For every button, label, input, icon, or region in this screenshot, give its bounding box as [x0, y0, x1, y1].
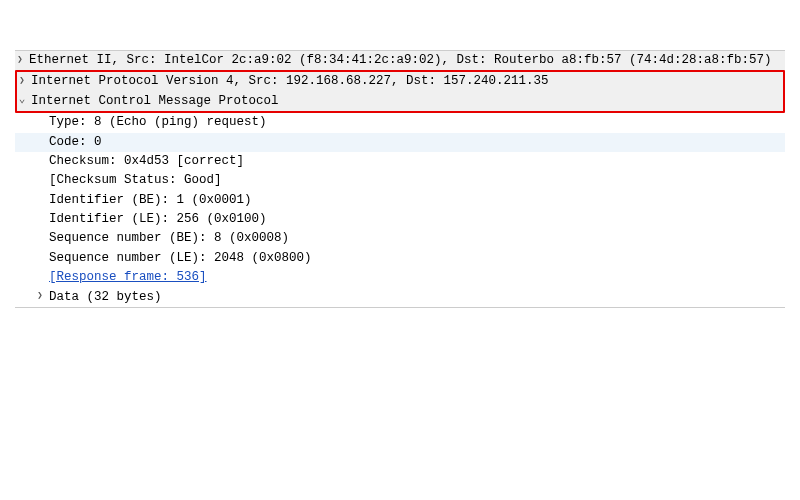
icmp-data-text: Data (32 bytes): [49, 288, 162, 307]
icmp-seq-le-row[interactable]: Sequence number (LE): 2048 (0x0800): [15, 249, 785, 268]
icmp-checksum-row[interactable]: Checksum: 0x4d53 [correct]: [15, 152, 785, 171]
icmp-seq-le-text: Sequence number (LE): 2048 (0x0800): [49, 249, 312, 268]
icmp-seq-be-row[interactable]: Sequence number (BE): 8 (0x0008): [15, 229, 785, 248]
icmp-data-row[interactable]: Data (32 bytes): [15, 288, 785, 307]
icmp-checksum-status-row[interactable]: [Checksum Status: Good]: [15, 171, 785, 190]
chevron-right-icon[interactable]: [15, 54, 25, 68]
icmp-checksum-status-text: [Checksum Status: Good]: [49, 171, 222, 190]
icmp-type-text: Type: 8 (Echo (ping) request): [49, 113, 267, 132]
icmp-ident-le-text: Identifier (LE): 256 (0x0100): [49, 210, 267, 229]
chevron-down-icon[interactable]: [17, 93, 27, 110]
icmp-code-text: Code: 0: [49, 133, 102, 152]
icmp-seq-be-text: Sequence number (BE): 8 (0x0008): [49, 229, 289, 248]
ipv4-text: Internet Protocol Version 4, Src: 192.16…: [31, 72, 549, 91]
icmp-ident-be-row[interactable]: Identifier (BE): 1 (0x0001): [15, 191, 785, 210]
icmp-response-frame-row[interactable]: [Response frame: 536]: [15, 268, 785, 287]
icmp-ident-le-row[interactable]: Identifier (LE): 256 (0x0100): [15, 210, 785, 229]
packet-details-panel: Ethernet II, Src: IntelCor 2c:a9:02 (f8:…: [15, 50, 785, 308]
icmp-checksum-text: Checksum: 0x4d53 [correct]: [49, 152, 244, 171]
highlight-box: Internet Protocol Version 4, Src: 192.16…: [15, 70, 785, 113]
response-frame-link[interactable]: [Response frame: 536]: [49, 268, 207, 287]
icmp-header-row[interactable]: Internet Control Message Protocol: [17, 92, 783, 111]
icmp-type-row[interactable]: Type: 8 (Echo (ping) request): [15, 113, 785, 132]
icmp-header-text: Internet Control Message Protocol: [31, 92, 279, 111]
icmp-ident-be-text: Identifier (BE): 1 (0x0001): [49, 191, 252, 210]
icmp-code-row[interactable]: Code: 0: [15, 133, 785, 152]
chevron-right-icon[interactable]: [17, 75, 27, 89]
chevron-right-icon[interactable]: [35, 290, 45, 304]
ethernet-text: Ethernet II, Src: IntelCor 2c:a9:02 (f8:…: [29, 51, 772, 70]
ipv4-row[interactable]: Internet Protocol Version 4, Src: 192.16…: [17, 72, 783, 91]
ethernet-row[interactable]: Ethernet II, Src: IntelCor 2c:a9:02 (f8:…: [15, 51, 785, 70]
